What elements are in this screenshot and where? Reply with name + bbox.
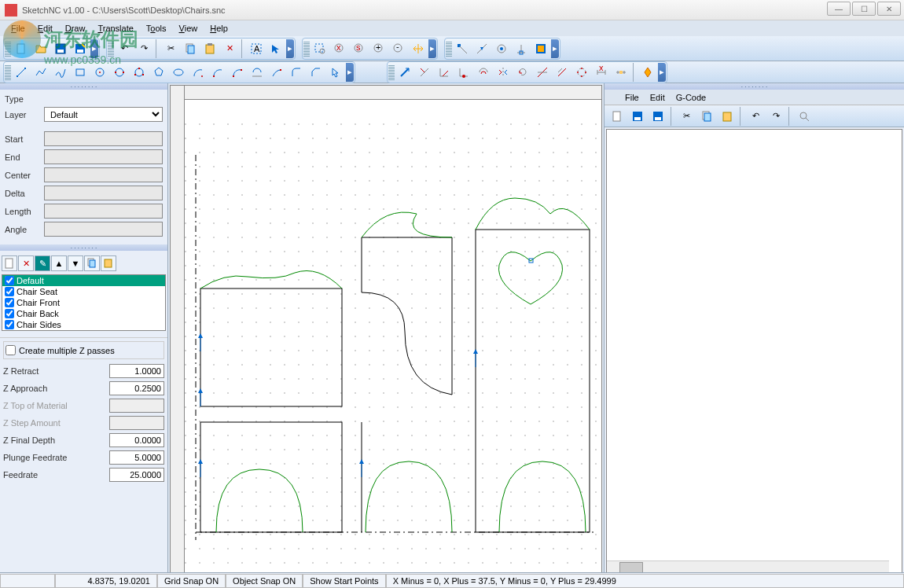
panel-handle[interactable]: · · · · · · · ·	[0, 83, 167, 90]
offset-button[interactable]	[474, 63, 493, 82]
select-tool-button[interactable]	[326, 63, 345, 82]
toolbar-dropdown-icon[interactable]: ▸	[90, 39, 98, 58]
circle-center-button[interactable]	[90, 63, 109, 82]
gcode-editor[interactable]	[606, 129, 902, 574]
fillet-button[interactable]	[287, 63, 306, 82]
z-retract-input[interactable]	[109, 364, 164, 378]
layer-copy-button[interactable]	[84, 255, 100, 271]
copy-button[interactable]	[181, 39, 200, 58]
menu-tools[interactable]: Tools	[141, 22, 171, 35]
zoom-out-button[interactable]: -	[389, 39, 408, 58]
gcode-menu-file[interactable]: File	[620, 91, 644, 104]
toolbar-handle[interactable]	[5, 64, 11, 80]
drawing-canvas[interactable]	[170, 85, 602, 588]
snap-center-button[interactable]	[492, 39, 511, 58]
select-text-button[interactable]: A	[247, 39, 266, 58]
layer-checkbox[interactable]	[5, 276, 14, 285]
gcode-menu-edit[interactable]: Edit	[645, 91, 670, 104]
toolbar-dropdown-icon[interactable]: ▸	[551, 39, 559, 58]
toolbar-handle[interactable]	[388, 64, 395, 80]
menu-help[interactable]: Help	[205, 22, 233, 35]
layer-checkbox[interactable]	[5, 298, 14, 307]
toolbar-dropdown-icon[interactable]: ▸	[658, 63, 666, 82]
break-button[interactable]	[454, 63, 473, 82]
circle-3pt-button[interactable]	[130, 63, 149, 82]
snap-perp-button[interactable]	[512, 39, 531, 58]
panel-handle[interactable]: · · · · · · · ·	[605, 83, 904, 90]
toolbar-dropdown-icon[interactable]: ▸	[346, 63, 354, 82]
arc-se-button[interactable]	[208, 63, 227, 82]
ellipse-button[interactable]	[169, 63, 188, 82]
toolbar-handle[interactable]	[303, 41, 310, 57]
minimize-button[interactable]: —	[827, 2, 851, 16]
close-button[interactable]: ✕	[877, 2, 901, 16]
gc-save-button[interactable]	[628, 107, 647, 126]
gc-copy-button[interactable]	[697, 107, 716, 126]
layer-checkbox[interactable]	[5, 309, 14, 318]
rect-button[interactable]	[71, 63, 90, 82]
toolbar-dropdown-icon[interactable]: ▸	[428, 39, 436, 58]
gc-redo-button[interactable]: ↷	[766, 107, 785, 126]
trim-button[interactable]	[435, 63, 454, 82]
new-button[interactable]	[12, 39, 31, 58]
pan-button[interactable]	[409, 39, 428, 58]
gc-cut-button[interactable]: ✂	[677, 107, 696, 126]
z-passes-checkbox[interactable]	[6, 345, 16, 355]
layer-item[interactable]: Chair Sides	[2, 319, 165, 330]
menu-edit[interactable]: Edit	[33, 22, 57, 35]
arc-3pt-button[interactable]	[228, 63, 247, 82]
measure-button[interactable]: x	[592, 63, 611, 82]
menu-draw[interactable]: Draw	[61, 22, 90, 35]
status-showstart[interactable]: Show Start Points	[303, 574, 385, 588]
layer-checkbox[interactable]	[5, 287, 14, 296]
mirror-button[interactable]	[494, 63, 513, 82]
layer-item[interactable]: Default	[2, 275, 165, 286]
toolbar-handle[interactable]	[446, 41, 452, 57]
snap-endpoint-button[interactable]	[453, 39, 472, 58]
feedrate-input[interactable]	[109, 468, 164, 482]
menu-view[interactable]: View	[175, 22, 203, 35]
gcode-menu-gcode[interactable]: G-Code	[671, 91, 711, 104]
status-gridsnap[interactable]: Grid Snap ON	[157, 574, 226, 588]
menu-file[interactable]: File	[6, 22, 30, 35]
gc-saveas-button[interactable]	[649, 107, 667, 126]
undo-button[interactable]: ↶	[115, 39, 134, 58]
circle-2pt-button[interactable]	[110, 63, 129, 82]
zoom-x-button[interactable]: x	[330, 39, 349, 58]
status-objsnap[interactable]: Object Snap ON	[226, 574, 303, 588]
snap-grid-button[interactable]	[531, 39, 550, 58]
layer-select[interactable]: Default	[44, 107, 163, 122]
extend-button[interactable]	[415, 63, 434, 82]
z-final-input[interactable]	[109, 433, 164, 447]
chamfer-button[interactable]	[307, 63, 325, 82]
gc-undo-button[interactable]: ↶	[746, 107, 765, 126]
polyline-button[interactable]	[31, 63, 50, 82]
zoom-window-button[interactable]	[311, 39, 329, 58]
panel-handle[interactable]: · · · · · · · ·	[0, 244, 167, 251]
gcode-scrollbar[interactable]	[607, 560, 889, 573]
layer-edit-button[interactable]: ✎	[35, 255, 50, 271]
gc-new-button[interactable]	[608, 107, 627, 126]
polygon-button[interactable]	[149, 63, 168, 82]
toolbar-dropdown-icon[interactable]: ▸	[286, 39, 294, 58]
toolbar-handle[interactable]	[108, 41, 114, 57]
select-arrow-button[interactable]	[266, 39, 285, 58]
gc-find-button[interactable]	[795, 107, 814, 126]
open-button[interactable]	[31, 39, 50, 58]
paste-button[interactable]	[200, 39, 219, 58]
line-button[interactable]	[12, 63, 31, 82]
gcode-gen-button[interactable]	[638, 63, 657, 82]
toolbar-handle[interactable]	[5, 41, 11, 57]
layer-checkbox[interactable]	[5, 320, 14, 329]
menu-translate[interactable]: Translate	[93, 22, 138, 35]
plunge-input[interactable]	[109, 450, 164, 465]
save-button[interactable]	[51, 39, 70, 58]
redo-button[interactable]: ↷	[134, 39, 153, 58]
arc-center-button[interactable]	[189, 63, 208, 82]
zoom-s-button[interactable]: s	[350, 39, 369, 58]
move-button[interactable]	[395, 63, 414, 82]
scale-button[interactable]	[533, 63, 552, 82]
save-as-button[interactable]	[71, 39, 90, 58]
arc-continue-button[interactable]	[267, 63, 286, 82]
snap-midpoint-button[interactable]	[472, 39, 491, 58]
